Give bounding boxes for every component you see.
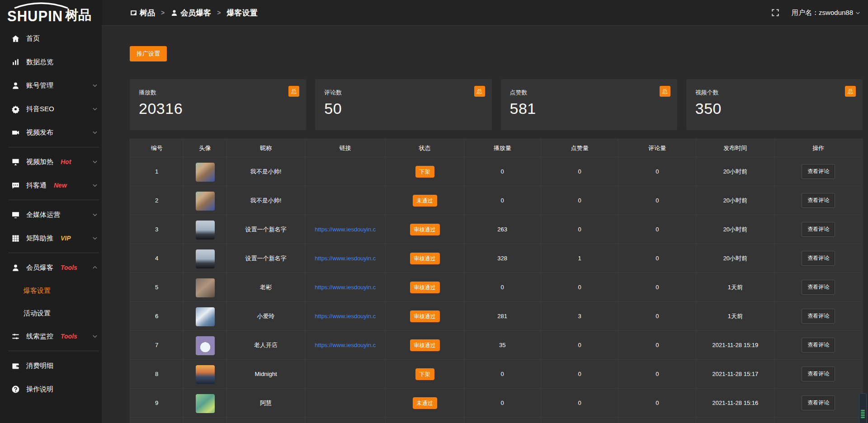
view-comments-button[interactable]: 查看评论 <box>802 193 835 208</box>
sidebar-item-badge: VIP <box>61 235 71 242</box>
sidebar-item-矩阵助推[interactable]: 矩阵助推VIP <box>0 226 102 250</box>
sidebar-item-label: 首页 <box>26 34 40 43</box>
breadcrumb-item-树品[interactable]: 树品 <box>130 8 155 18</box>
sidebar-item-抖客通[interactable]: 抖客通New <box>0 174 102 197</box>
widget-green-bar <box>861 412 865 413</box>
sidebar-subitem-爆客设置[interactable]: 爆客设置 <box>0 279 102 302</box>
cell-likes: 0 <box>541 331 618 360</box>
cell-avatar <box>184 273 227 302</box>
sidebar-item-会员爆客[interactable]: 会员爆客Tools <box>0 256 102 279</box>
sidebar-item-线索监控[interactable]: 线索监控Tools <box>0 324 102 348</box>
stat-card-label: 播放数 <box>139 89 297 97</box>
breadcrumb-item-爆客设置[interactable]: 爆客设置 <box>226 8 257 18</box>
avatar <box>196 307 215 326</box>
table-row: 5老彬https://www.iesdouyin.c审核通过0001天前查看评论 <box>130 273 863 302</box>
cell-plays: 0 <box>464 157 541 186</box>
avatar <box>196 278 215 297</box>
chevron-down-icon <box>92 212 98 218</box>
chevron-down-icon <box>92 182 98 188</box>
sidebar-item-视频发布[interactable]: 视频发布 <box>0 121 102 144</box>
cell-action: 查看评论 <box>774 186 862 215</box>
cell-comments: 0 <box>618 360 696 389</box>
fullscreen-icon[interactable] <box>771 8 780 17</box>
cell-status: 审核通过 <box>386 331 464 360</box>
cell-likes: 1 <box>541 244 618 273</box>
cell-nickname: 设置一个新名字 <box>226 244 305 273</box>
cell-nickname: 阿慧 <box>226 389 305 418</box>
table-row: 6小爱玲https://www.iesdouyin.c审核通过281301天前查… <box>130 302 863 331</box>
cell-action: 查看评论 <box>774 302 862 331</box>
sidebar-item-全媒体运营[interactable]: 全媒体运营 <box>0 203 102 226</box>
cell-nickname: 设置一个新名字 <box>226 215 305 244</box>
widget-green-bar <box>861 415 865 416</box>
cell-status: 审核通过 <box>386 273 464 302</box>
sidebar-item-首页[interactable]: 首页 <box>0 27 102 50</box>
sidebar-item-数据总览[interactable]: 数据总览 <box>0 50 102 74</box>
username-dropdown[interactable]: 用户名：zswodun88 <box>792 9 861 17</box>
sidebar-item-badge: New <box>54 182 67 189</box>
cell-status: 未通过 <box>386 186 464 215</box>
column-header-编号: 编号 <box>130 139 184 157</box>
sidebar-item-视频加热[interactable]: 视频加热Hot <box>0 150 102 174</box>
stat-card-total-badge: 总 <box>288 86 299 97</box>
breadcrumb-item-会员爆客[interactable]: 会员爆客 <box>170 8 211 18</box>
cell-nickname: 老彬 <box>226 273 305 302</box>
view-comments-button[interactable]: 查看评论 <box>802 309 835 324</box>
topbar-right: 用户名：zswodun88 <box>771 8 868 17</box>
grid-icon <box>11 234 20 243</box>
cell-status <box>386 418 464 423</box>
video-link[interactable]: https://www.iesdouyin.c <box>305 284 385 291</box>
cell-publish-time: 1天前 <box>696 273 774 302</box>
breadcrumb-label: 会员爆客 <box>180 8 211 18</box>
video-link[interactable]: https://www.iesdouyin.c <box>305 226 385 233</box>
cell-publish-time <box>696 418 774 423</box>
cell-likes: 0 <box>541 215 618 244</box>
sidebar-item-抖音SEO[interactable]: 抖音SEO <box>0 97 102 121</box>
user-icon <box>11 263 20 272</box>
cell-avatar <box>184 186 227 215</box>
cell-status: 下架 <box>386 360 464 389</box>
table-body: 1我不是小帅!下架00020小时前查看评论2我不是小帅!未通过00020小时前查… <box>130 157 863 423</box>
sidebar-item-label: 全媒体运营 <box>26 211 60 219</box>
column-header-发布时间: 发布时间 <box>696 139 774 157</box>
cell-action: 查看评论 <box>774 273 862 302</box>
wallet-icon <box>11 362 20 370</box>
video-link[interactable]: https://www.iesdouyin.c <box>305 342 385 348</box>
home-icon <box>11 34 20 43</box>
sidebar-item-操作说明[interactable]: 操作说明 <box>0 377 102 401</box>
view-comments-button[interactable]: 查看评论 <box>802 367 835 381</box>
cell-link <box>305 186 386 215</box>
cell-publish-time: 20小时前 <box>696 186 774 215</box>
cell-link <box>305 418 386 423</box>
sidebar-subitem-活动设置[interactable]: 活动设置 <box>0 302 102 324</box>
sidebar-item-账号管理[interactable]: 账号管理 <box>0 74 102 97</box>
floating-widget[interactable] <box>859 393 867 423</box>
stat-card-label: 点赞数 <box>510 89 668 97</box>
app-logo[interactable]: SHUPIN树品 <box>0 0 102 26</box>
view-comments-button[interactable]: 查看评论 <box>802 280 835 295</box>
promo-settings-button[interactable]: 推广设置 <box>130 46 167 61</box>
view-comments-button[interactable]: 查看评论 <box>802 222 835 237</box>
stat-card-total-badge: 总 <box>660 86 670 97</box>
cell-id: 6 <box>130 302 184 331</box>
avatar <box>196 249 215 268</box>
sidebar-item-label: 线索监控 <box>26 332 53 341</box>
sidebar-item-label: 矩阵助推 <box>26 234 53 243</box>
cell-id: 3 <box>130 215 184 244</box>
cell-comments <box>618 418 696 423</box>
widget-green-bar <box>861 414 865 414</box>
sidebar-item-消费明细[interactable]: 消费明细 <box>0 354 102 377</box>
cell-link: https://www.iesdouyin.c <box>305 273 386 302</box>
cell-publish-time: 20小时前 <box>696 215 774 244</box>
video-link[interactable]: https://www.iesdouyin.c <box>305 313 385 320</box>
view-comments-button[interactable]: 查看评论 <box>802 251 835 266</box>
video-link[interactable]: https://www.iesdouyin.c <box>305 255 385 262</box>
view-comments-button[interactable]: 查看评论 <box>802 338 835 352</box>
topbar: 树品>会员爆客>爆客设置 用户名：zswodun88 <box>102 0 868 26</box>
view-comments-button[interactable]: 查看评论 <box>802 395 835 410</box>
breadcrumb-label: 树品 <box>140 8 155 18</box>
sidebar-nav: 首页数据总览账号管理抖音SEO视频发布视频加热Hot抖客通New全媒体运营矩阵助… <box>0 26 102 401</box>
cell-nickname: 我不是小帅! <box>226 157 305 186</box>
main-content: 推广设置 播放数20316总评论数50总点赞数581总视频个数350总 编号头像… <box>102 26 868 423</box>
view-comments-button[interactable]: 查看评论 <box>802 164 835 179</box>
